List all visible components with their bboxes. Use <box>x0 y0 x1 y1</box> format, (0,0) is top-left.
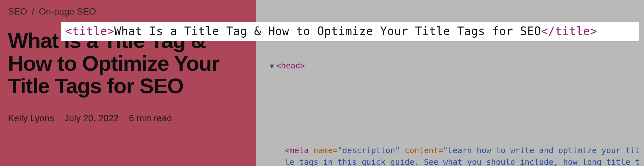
title-tag-callout: <title>What Is a Title Tag & How to Opti… <box>61 22 639 41</box>
title-close-tag: </title> <box>541 25 597 38</box>
title-tag-text: What Is a Title Tag & How to Optimize Yo… <box>114 25 541 38</box>
breadcrumb-root[interactable]: SEO <box>8 6 27 17</box>
publish-date: July 20, 2022 <box>64 113 118 124</box>
article-meta: Kelly Lyons July 20, 2022 6 min read <box>8 113 248 124</box>
breadcrumb: SEO / On-page SEO <box>8 6 248 17</box>
code-line-head-open[interactable]: <head> <box>261 60 640 72</box>
title-open-tag: <title> <box>65 25 114 38</box>
breadcrumb-sep: / <box>32 6 34 17</box>
author-name[interactable]: Kelly Lyons <box>8 113 54 124</box>
disclosure-triangle-icon[interactable] <box>269 61 275 71</box>
breadcrumb-current[interactable]: On-page SEO <box>39 6 96 17</box>
read-time: 6 min read <box>129 113 172 124</box>
code-line-meta-description[interactable]: <meta name="description" content="Learn … <box>261 145 640 166</box>
